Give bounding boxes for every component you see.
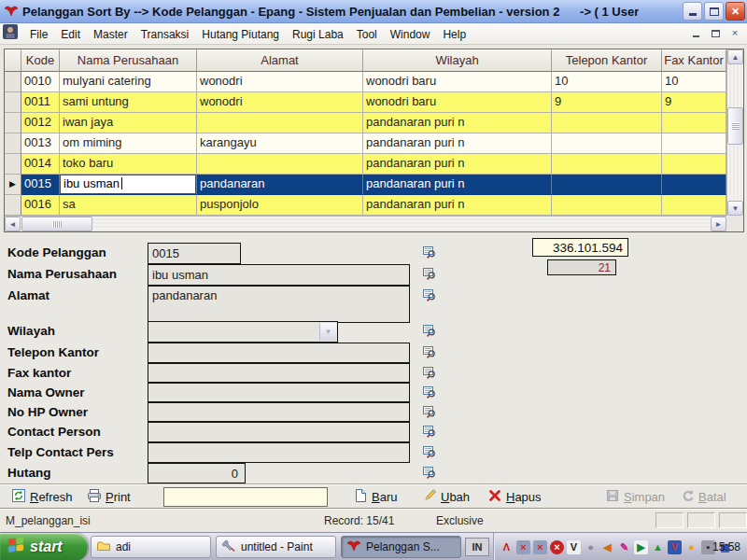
cell-alamat[interactable]: pusponjolo — [197, 195, 363, 216]
cell-telepon[interactable] — [552, 113, 662, 133]
field-contact-person[interactable] — [148, 422, 410, 442]
title-bar[interactable]: Pelanggan Sort By --> Kode Pelanggan - E… — [0, 0, 747, 23]
cell-alamat[interactable]: wonodri — [197, 92, 363, 113]
cell-wilayah[interactable]: wonodri baru — [363, 72, 552, 92]
cell-wilayah[interactable]: pandanaran puri n — [363, 154, 552, 175]
column-header-telepon-kantor[interactable]: Telepon Kantor — [552, 49, 662, 72]
cell-nama[interactable]: ibu usman — [60, 175, 197, 195]
field-telepon-kantor[interactable] — [148, 343, 410, 363]
network-offline-icon[interactable]: × — [516, 540, 530, 554]
cell-wilayah[interactable]: pandanaran puri n — [363, 113, 552, 133]
cell-fax[interactable] — [662, 133, 726, 154]
start-button[interactable]: start — [0, 533, 88, 560]
grid-row-0012[interactable]: 0012iwan jayapandanaran puri n — [5, 113, 726, 133]
activity-monitor-icon[interactable]: Λ — [500, 540, 514, 554]
horizontal-scrollbar[interactable]: ◄ ► — [5, 216, 726, 231]
refresh-button[interactable]: Refresh — [11, 488, 73, 506]
menu-item-edit[interactable]: Edit — [54, 25, 87, 44]
simpan-button[interactable]: Simpan — [605, 488, 665, 506]
baru-button[interactable]: Baru — [353, 488, 397, 506]
mdi-restore-button[interactable] — [709, 27, 722, 39]
cell-fax[interactable] — [662, 154, 726, 175]
cell-kode[interactable]: 0014 — [21, 154, 60, 175]
column-header-nama-perusahaan[interactable]: Nama Perusahaan — [60, 49, 197, 72]
cell-telepon[interactable]: 10 — [552, 72, 662, 92]
menu-item-transaksi[interactable]: Transaksi — [134, 25, 196, 44]
mdi-minimize-button[interactable] — [689, 27, 702, 39]
grid-row-0014[interactable]: 0014toko barupandanaran puri n — [5, 154, 726, 175]
menu-item-help[interactable]: Help — [436, 25, 472, 44]
cell-kode[interactable]: 0016 — [21, 195, 60, 216]
lookup-icon[interactable] — [422, 385, 437, 399]
minimize-button[interactable] — [683, 2, 702, 21]
field-nama-owner[interactable] — [148, 383, 410, 402]
cell-wilayah[interactable]: pandanaran puri n — [363, 195, 552, 216]
column-header-kode[interactable]: Kode — [21, 49, 60, 72]
menu-item-file[interactable]: File — [23, 25, 54, 44]
grid-row-0011[interactable]: 0011sami untungwonodriwonodri baru99 — [5, 92, 726, 113]
cell-wilayah[interactable]: pandanaran puri n — [363, 175, 552, 195]
inline-edit-box[interactable]: ibu usman — [60, 175, 196, 194]
column-header-alamat[interactable]: Alamat — [197, 49, 363, 72]
grid-row-0015[interactable]: ▶0015ibu usmanpandanaranpandanaran puri … — [5, 175, 726, 195]
cell-telepon[interactable]: 9 — [552, 92, 662, 113]
lookup-icon[interactable] — [422, 323, 437, 338]
cell-nama[interactable]: iwan jaya — [60, 113, 197, 133]
mdi-close-button[interactable]: × — [728, 27, 741, 39]
vertical-scroll-thumb[interactable] — [727, 107, 743, 145]
taskbar-task-untitled-paint[interactable]: untitled - Paint — [216, 536, 336, 558]
field-hutang[interactable]: 0 — [148, 463, 246, 483]
scroll-up-icon[interactable]: ▲ — [727, 49, 743, 64]
cell-kode[interactable]: 0012 — [21, 113, 60, 133]
field-nama-perusahaan[interactable]: ibu usman — [148, 264, 410, 286]
scroll-right-icon[interactable]: ► — [711, 217, 726, 231]
pen-device-icon[interactable]: ✎ — [617, 540, 631, 554]
lookup-icon[interactable] — [422, 365, 437, 380]
vertical-scrollbar[interactable]: ▲ ▼ — [726, 49, 743, 216]
horizontal-scroll-thumb[interactable] — [21, 217, 92, 231]
cell-telepon[interactable] — [552, 175, 662, 195]
cell-fax[interactable] — [662, 195, 726, 216]
scroll-down-icon[interactable]: ▼ — [727, 201, 743, 216]
lookup-icon[interactable] — [422, 404, 437, 419]
grid-row-0016[interactable]: 0016sapusponjolopandanaran puri n — [5, 195, 726, 216]
volume-muted-icon[interactable]: ● — [584, 540, 598, 554]
clock[interactable]: 15:58 — [712, 540, 740, 553]
lookup-icon[interactable] — [422, 245, 437, 259]
cell-telepon[interactable] — [552, 195, 662, 216]
cell-nama[interactable]: mulyani catering — [60, 72, 197, 92]
security-alert-icon[interactable]: × — [550, 540, 564, 554]
cell-nama[interactable]: om miming — [60, 133, 197, 154]
dropdown-arrow-icon[interactable]: ▼ — [319, 323, 336, 341]
lookup-icon[interactable] — [422, 344, 437, 359]
lookup-icon[interactable] — [422, 287, 437, 302]
cell-alamat[interactable] — [197, 113, 363, 133]
hapus-button[interactable]: Hapus — [487, 488, 542, 506]
ubah-button[interactable]: Ubah — [422, 488, 470, 506]
field-alamat[interactable]: pandanaran — [148, 286, 410, 323]
green-utility-icon[interactable]: ▲ — [651, 540, 665, 554]
field-fax-kantor[interactable] — [148, 363, 410, 383]
cell-kode[interactable]: 0015 — [21, 175, 60, 195]
cell-kode[interactable]: 0013 — [21, 133, 60, 154]
close-button[interactable]: ✕ — [726, 2, 745, 21]
menu-item-tool[interactable]: Tool — [350, 25, 384, 44]
language-indicator[interactable]: IN — [465, 538, 489, 556]
taskbar-task-pelanggan-s-[interactable]: Pelanggan S... — [341, 536, 461, 558]
cell-kode[interactable]: 0010 — [21, 72, 60, 92]
lookup-icon[interactable] — [422, 266, 437, 281]
scroll-left-icon[interactable]: ◄ — [5, 217, 21, 231]
cell-alamat[interactable]: pandanaran — [197, 175, 363, 195]
grid-row-0010[interactable]: 0010mulyani cateringwonodriwonodri baru1… — [5, 72, 726, 92]
cell-kode[interactable]: 0011 — [21, 92, 60, 113]
quick-search-input[interactable] — [163, 487, 328, 507]
lookup-icon[interactable] — [422, 424, 437, 439]
lookup-icon[interactable] — [422, 465, 437, 480]
cell-nama[interactable]: sa — [60, 195, 197, 216]
cell-alamat[interactable]: wonodri — [197, 72, 363, 92]
field-telp-contact-pers[interactable] — [148, 442, 410, 463]
antivirus-shield-icon[interactable]: V — [668, 540, 682, 554]
cell-fax[interactable]: 9 — [662, 92, 726, 113]
field-no-hp-owner[interactable] — [148, 402, 410, 422]
column-header-fax-kantor[interactable]: Fax Kantor — [662, 49, 726, 72]
